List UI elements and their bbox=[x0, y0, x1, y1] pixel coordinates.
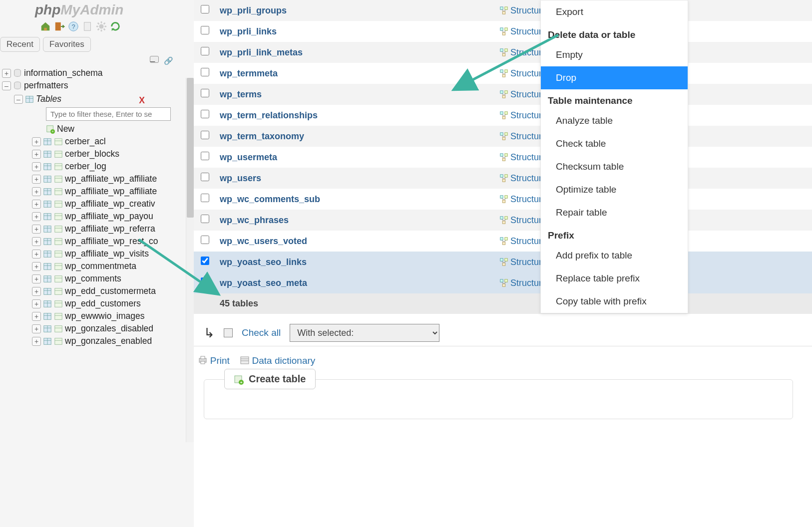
row-checkbox[interactable] bbox=[201, 5, 209, 13]
table-name-link[interactable]: wp_termmeta bbox=[220, 68, 278, 78]
checkall-checkbox[interactable] bbox=[224, 328, 233, 337]
tab-recent[interactable]: Recent bbox=[0, 37, 40, 52]
table-name-link[interactable]: wp_yoast_seo_meta bbox=[220, 278, 307, 288]
tree-table-item[interactable]: + wp_affiliate_wp_rest_co bbox=[0, 235, 194, 248]
home-icon[interactable] bbox=[40, 21, 51, 32]
check-all-link[interactable]: Check all bbox=[242, 327, 281, 338]
sidebar-scrollbar[interactable] bbox=[186, 78, 194, 442]
tree-table-label[interactable]: cerber_acl bbox=[65, 136, 106, 147]
exit-icon[interactable] bbox=[54, 21, 65, 32]
menu-item-repair[interactable]: Repair table bbox=[541, 201, 688, 224]
expand-icon[interactable]: + bbox=[32, 250, 41, 259]
tree-table-item[interactable]: + wp_affiliate_wp_affiliate bbox=[0, 185, 194, 198]
tree-table-item[interactable]: + wp_affiliate_wp_referra bbox=[0, 223, 194, 235]
gear-icon[interactable] bbox=[96, 21, 107, 32]
menu-item-analyze[interactable]: Analyze table bbox=[541, 109, 688, 132]
tree-table-label[interactable]: wp_affiliate_wp_payou bbox=[65, 211, 153, 222]
tree-table-label[interactable]: wp_gonzales_enabled bbox=[65, 336, 152, 346]
table-name-link[interactable]: wp_terms bbox=[220, 89, 262, 99]
tree-table-label[interactable]: wp_affiliate_wp_affiliate bbox=[65, 174, 157, 184]
tree-table-item[interactable]: + wp_edd_customermeta bbox=[0, 285, 194, 297]
expand-icon[interactable]: + bbox=[32, 262, 41, 271]
tree-table-item[interactable]: + wp_commentmeta bbox=[0, 260, 194, 272]
expand-icon[interactable]: + bbox=[32, 175, 41, 184]
menu-item-empty[interactable]: Empty bbox=[541, 43, 688, 66]
tree-table-label[interactable]: wp_affiliate_wp_affiliate bbox=[65, 186, 157, 197]
table-name-link[interactable]: wp_wc_users_voted bbox=[220, 236, 307, 246]
tree-db-information-schema[interactable]: + information_schema bbox=[0, 67, 194, 79]
tree-table-label[interactable]: cerber_blocks bbox=[65, 149, 119, 159]
expand-icon[interactable]: + bbox=[2, 69, 11, 78]
menu-item-drop[interactable]: Drop bbox=[541, 66, 688, 89]
row-checkbox[interactable] bbox=[201, 68, 209, 76]
tree-table-item[interactable]: + wp_affiliate_wp_creativ bbox=[0, 198, 194, 210]
tree-table-label[interactable]: wp_gonzales_disabled bbox=[65, 323, 153, 334]
expand-icon[interactable]: + bbox=[32, 187, 41, 196]
tree-table-item[interactable]: + wp_edd_customers bbox=[0, 297, 194, 310]
tree-table-label[interactable]: wp_edd_customers bbox=[65, 298, 141, 309]
tree-table-label[interactable]: wp_comments bbox=[65, 273, 121, 284]
help-icon[interactable]: ? bbox=[68, 21, 79, 32]
expand-icon[interactable]: + bbox=[32, 225, 41, 234]
row-checkbox[interactable] bbox=[201, 26, 209, 34]
expand-icon[interactable]: + bbox=[32, 150, 41, 159]
menu-item-check[interactable]: Check table bbox=[541, 132, 688, 155]
tree-table-item[interactable]: + cerber_blocks bbox=[0, 148, 194, 160]
link-icon[interactable] bbox=[164, 56, 174, 62]
expand-icon[interactable]: + bbox=[32, 237, 41, 246]
row-checkbox[interactable] bbox=[201, 47, 209, 55]
filter-input[interactable] bbox=[46, 107, 171, 121]
expand-icon[interactable]: + bbox=[32, 137, 41, 146]
expand-icon[interactable]: + bbox=[32, 274, 41, 283]
doc-icon[interactable] bbox=[82, 21, 93, 32]
row-checkbox[interactable] bbox=[201, 89, 209, 97]
tree-table-item[interactable]: + cerber_acl bbox=[0, 135, 194, 148]
row-checkbox[interactable] bbox=[201, 131, 209, 139]
table-name-link[interactable]: wp_users bbox=[220, 173, 261, 183]
tree-table-label[interactable]: wp_commentmeta bbox=[65, 261, 136, 271]
menu-item-copy-prefix[interactable]: Copy table with prefix bbox=[541, 290, 688, 313]
tree-table-label[interactable]: wp_ewwwio_images bbox=[65, 311, 145, 321]
table-name-link[interactable]: wp_usermeta bbox=[220, 152, 277, 162]
expand-icon[interactable]: + bbox=[32, 299, 41, 308]
menu-item-checksum[interactable]: Checksum table bbox=[541, 155, 688, 178]
expand-icon[interactable]: + bbox=[32, 312, 41, 321]
tree-table-label[interactable]: wp_edd_customermeta bbox=[65, 286, 156, 296]
expand-icon[interactable]: + bbox=[32, 337, 41, 346]
tree-table-label[interactable]: cerber_log bbox=[65, 161, 106, 172]
table-name-link[interactable]: wp_term_relationships bbox=[220, 110, 318, 120]
tree-table-item[interactable]: + wp_comments bbox=[0, 272, 194, 285]
data-dictionary-link[interactable]: Data dictionary bbox=[252, 355, 316, 366]
collapse-icon[interactable]: – bbox=[2, 81, 11, 90]
tree-table-item[interactable]: + wp_gonzales_enabled bbox=[0, 335, 194, 347]
row-checkbox[interactable] bbox=[201, 277, 209, 286]
table-name-link[interactable]: wp_prli_links bbox=[220, 26, 277, 36]
expand-icon[interactable]: + bbox=[32, 287, 41, 296]
table-name-link[interactable]: wp_prli_groups bbox=[220, 5, 287, 15]
tree-table-item[interactable]: + wp_affiliate_wp_affiliate bbox=[0, 173, 194, 185]
table-name-link[interactable]: wp_wc_phrases bbox=[220, 215, 289, 225]
expand-icon[interactable]: + bbox=[32, 212, 41, 221]
tree-table-item[interactable]: + wp_affiliate_wp_visits bbox=[0, 248, 194, 260]
table-name-link[interactable]: wp_term_taxonomy bbox=[220, 131, 304, 141]
row-checkbox[interactable] bbox=[201, 215, 209, 223]
tree-table-label[interactable]: wp_affiliate_wp_visits bbox=[65, 249, 149, 259]
row-checkbox[interactable] bbox=[201, 194, 209, 202]
filter-clear-icon[interactable]: X bbox=[139, 95, 145, 106]
print-link[interactable]: Print bbox=[210, 355, 230, 366]
collapse-all-icon[interactable]: – bbox=[150, 56, 159, 63]
with-selected-dropdown[interactable]: With selected: bbox=[290, 324, 439, 342]
row-checkbox[interactable] bbox=[201, 236, 209, 244]
tree-table-item[interactable]: + wp_affiliate_wp_payou bbox=[0, 210, 194, 223]
menu-item-add-prefix[interactable]: Add prefix to table bbox=[541, 244, 688, 267]
row-checkbox[interactable] bbox=[201, 257, 209, 265]
row-checkbox[interactable] bbox=[201, 152, 209, 160]
tree-table-label[interactable]: wp_affiliate_wp_referra bbox=[65, 224, 155, 234]
tree-table-item[interactable]: + wp_ewwwio_images bbox=[0, 310, 194, 322]
tree-table-item[interactable]: + wp_gonzales_disabled bbox=[0, 322, 194, 335]
tree-tables-node[interactable]: – Tables bbox=[0, 92, 194, 105]
table-name-link[interactable]: wp_wc_comments_sub bbox=[220, 194, 320, 204]
tree-table-label[interactable]: wp_affiliate_wp_rest_co bbox=[65, 236, 158, 247]
menu-item-optimize[interactable]: Optimize table bbox=[541, 178, 688, 201]
tree-db-perfmatters[interactable]: – perfmatters bbox=[0, 79, 194, 92]
